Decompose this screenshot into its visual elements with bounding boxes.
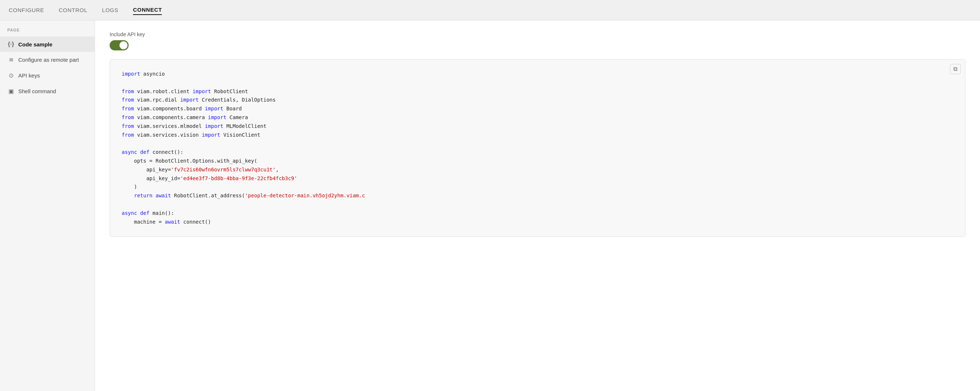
top-nav: CONFIGURE CONTROL LOGS CONNECT (0, 0, 980, 21)
nav-control[interactable]: CONTROL (59, 5, 88, 14)
sidebar-item-code-sample-label: Code sample (18, 41, 52, 48)
code-line-4: from viam.rpc.dial import Credentials, D… (122, 96, 953, 105)
sidebar-section-label: PAGE (0, 28, 95, 37)
copy-button[interactable]: ⧉ (950, 64, 961, 74)
code-line-7: from viam.services.mlmodel import MLMode… (122, 122, 953, 131)
code-content: import asyncio from viam.robot.client im… (122, 70, 953, 226)
code-line-10: async def connect(): (122, 148, 953, 157)
code-line-12: api_key='fv7c2is60wfn6ovrm5ls7clww7q3cu1… (122, 165, 953, 174)
code-blank-2 (122, 139, 953, 148)
code-line-3: from viam.robot.client import RobotClien… (122, 87, 953, 96)
toggle-thumb (119, 41, 127, 49)
nav-configure[interactable]: CONFIGURE (9, 5, 44, 14)
toggle-track (110, 40, 129, 51)
toggle-container (110, 40, 966, 51)
sidebar-item-shell-command-label: Shell command (18, 88, 56, 94)
code-block: ⧉ import asyncio from viam.robot.client … (110, 59, 966, 237)
sidebar-item-configure-remote-label: Configure as remote part (18, 57, 79, 63)
code-sample-icon: {·} (7, 41, 14, 48)
api-keys-icon: ⊙ (7, 72, 14, 79)
sidebar-item-configure-remote[interactable]: ≋ Configure as remote part (0, 52, 95, 68)
configure-remote-icon: ≋ (7, 56, 14, 63)
code-line-18: machine = await connect() (122, 218, 953, 227)
main-layout: PAGE {·} Code sample ≋ Configure as remo… (0, 21, 980, 391)
shell-command-icon: ▣ (7, 88, 14, 95)
sidebar-item-code-sample[interactable]: {·} Code sample (0, 37, 95, 52)
code-line-5: from viam.components.board import Board (122, 105, 953, 113)
api-key-label: Include API key (110, 32, 966, 37)
code-blank-3 (122, 200, 953, 209)
code-line-8: from viam.services.vision import VisionC… (122, 131, 953, 140)
sidebar: PAGE {·} Code sample ≋ Configure as remo… (0, 21, 95, 391)
code-line-6: from viam.components.camera import Camer… (122, 113, 953, 122)
main-content: Include API key ⧉ import asyncio from vi… (95, 21, 980, 391)
nav-logs[interactable]: LOGS (102, 5, 118, 14)
api-key-section: Include API key (110, 32, 966, 51)
sidebar-item-api-keys-label: API keys (18, 72, 40, 79)
code-line-15: return await RobotClient.at_address('peo… (122, 191, 953, 200)
code-blank-1 (122, 79, 953, 87)
sidebar-item-shell-command[interactable]: ▣ Shell command (0, 83, 95, 99)
api-key-toggle[interactable] (110, 40, 129, 51)
code-line-14: ) (122, 183, 953, 191)
sidebar-item-api-keys[interactable]: ⊙ API keys (0, 68, 95, 83)
code-line-13: api_key_id='ed4ee3f7-bd8b-4bba-9f3e-22cf… (122, 174, 953, 183)
code-line-17: async def main(): (122, 209, 953, 218)
code-line-1: import asyncio (122, 70, 953, 79)
nav-connect[interactable]: CONNECT (133, 5, 162, 15)
code-line-11: opts = RobotClient.Options.with_api_key( (122, 157, 953, 165)
